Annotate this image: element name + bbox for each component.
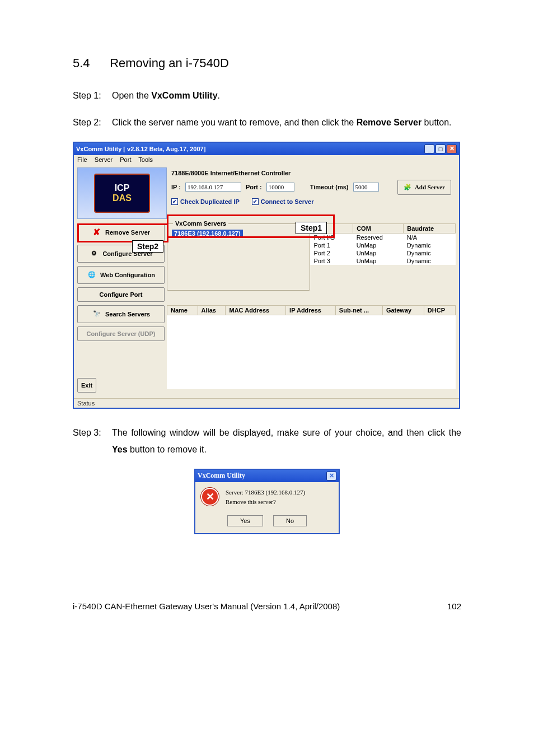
table-row[interactable]: Port 1UnMapDynamic (311, 241, 456, 249)
port-table: Port COM Baudrate Port I/OReservedN/APor… (310, 223, 456, 265)
error-icon: ✕ (201, 488, 219, 506)
step1-callout: Step1 (296, 222, 327, 234)
table-row[interactable]: Port 2UnMapDynamic (311, 249, 456, 257)
menu-server[interactable]: Server (95, 156, 113, 163)
step-1-label: Step 1: (73, 87, 112, 104)
step-3: Step 3: The following window will be dis… (73, 424, 461, 459)
menu-tools[interactable]: Tools (138, 156, 153, 163)
footer-text: i-7540D CAN-Ethernet Gateway User's Manu… (73, 601, 340, 611)
step-1: Step 1: Open the VxComm Utility. (73, 87, 461, 104)
close-icon[interactable]: ✕ (447, 144, 457, 153)
search-col-header[interactable]: Name (167, 305, 198, 315)
port-input[interactable] (266, 183, 294, 192)
com-col-header[interactable]: COM (353, 223, 404, 233)
baudrate-col-header[interactable]: Baudrate (404, 223, 456, 233)
binoculars-icon: 🔭 (92, 309, 102, 319)
remove-server-button[interactable]: ✘ Remove Server (77, 223, 165, 241)
step-2-label: Step 2: (73, 114, 112, 131)
step2-callout: Step2 (132, 240, 163, 253)
search-col-header[interactable]: Alias (198, 305, 226, 315)
section-heading: Removing an i-7540D (110, 56, 229, 70)
groupbox-legend: VxComm Servers (173, 220, 228, 227)
port-label: Port : (246, 184, 262, 190)
section-title: 5.4 Removing an i-7540D (73, 56, 461, 71)
controller-title: 7188E/8000E Internet/Ethernet Controller (171, 170, 451, 176)
timeout-input[interactable] (353, 183, 379, 192)
dialog-no-button[interactable]: No (273, 515, 307, 526)
confirm-dialog: VxComm Utility ✕ ✕ Server: 7186E3 (192.1… (194, 469, 340, 534)
logo-icon: ICPDAS (94, 174, 150, 213)
search-col-header[interactable]: MAC Address (226, 305, 286, 315)
search-col-header[interactable]: Sub-net ... (335, 305, 382, 315)
connect-to-server-checkbox[interactable]: ✔Connect to Server (252, 198, 314, 205)
check-duplicated-ip-checkbox[interactable]: ✔Check Duplicated IP (171, 198, 240, 205)
server-tree-node[interactable]: 7186E3 (192.168.0.127) (172, 230, 243, 237)
page-footer: i-7540D CAN-Ethernet Gateway User's Manu… (73, 601, 461, 611)
dialog-close-icon[interactable]: ✕ (326, 472, 336, 480)
menu-port[interactable]: Port (120, 156, 131, 163)
logo-box: ICPDAS (77, 167, 167, 219)
vxcomm-servers-groupbox: VxComm Servers 7186E3 (192.168.0.127) (167, 223, 310, 291)
search-servers-button[interactable]: 🔭 Search Servers (77, 305, 165, 323)
ip-label: IP : (171, 184, 181, 190)
vxcomm-screenshot: VxComm Utility [ v2.8.12 Beta, Aug.17, 2… (73, 142, 460, 409)
step-3-label: Step 3: (73, 424, 112, 459)
search-col-header[interactable]: Gateway (382, 305, 424, 315)
table-row[interactable]: Port 3UnMapDynamic (311, 257, 456, 265)
statusbar: Status (74, 398, 459, 408)
window-title: VxComm Utility [ v2.8.12 Beta, Aug.17, 2… (76, 146, 424, 152)
section-number: 5.4 (73, 56, 106, 71)
step-2: Step 2: Click the server name you want t… (73, 114, 461, 131)
configure-server-udp-button[interactable]: Configure Server (UDP) (77, 326, 165, 341)
step-1-text: Open the VxComm Utility. (112, 87, 461, 104)
add-server-icon: 🧩 (404, 184, 411, 191)
web-configuration-button[interactable]: 🌐 Web Configuration (77, 266, 165, 284)
exit-button[interactable]: Exit (77, 378, 96, 393)
minimize-icon[interactable]: _ (424, 144, 434, 153)
timeout-label: Timeout (ms) (310, 184, 349, 190)
ip-input[interactable] (185, 183, 241, 192)
search-table: NameAliasMAC AddressIP AddressSub-net ..… (167, 305, 456, 389)
gear-icon: ⚙ (89, 249, 99, 259)
globe-icon: 🌐 (87, 270, 97, 280)
remove-icon: ✘ (92, 227, 102, 237)
maximize-icon[interactable]: □ (435, 144, 446, 153)
window-titlebar: VxComm Utility [ v2.8.12 Beta, Aug.17, 2… (74, 143, 459, 155)
step-2-text: Click the server name you want to remove… (112, 114, 461, 131)
step-3-text: The following window will be displayed, … (112, 424, 461, 459)
search-col-header[interactable]: IP Address (286, 305, 336, 315)
footer-page: 102 (447, 601, 461, 611)
menubar: File Server Port Tools (74, 155, 459, 164)
add-server-button[interactable]: 🧩 Add Server (397, 180, 451, 195)
dialog-title: VxComm Utility (198, 472, 326, 480)
dialog-text: Server: 7186E3 (192.168.0.127) Remove th… (226, 488, 305, 507)
configure-port-button[interactable]: Configure Port (77, 287, 165, 302)
menu-file[interactable]: File (77, 156, 87, 163)
dialog-titlebar: VxComm Utility ✕ (195, 470, 339, 482)
dialog-yes-button[interactable]: Yes (227, 515, 263, 526)
table-row[interactable]: Port I/OReservedN/A (311, 233, 456, 241)
search-col-header[interactable]: DHCP (424, 305, 455, 315)
